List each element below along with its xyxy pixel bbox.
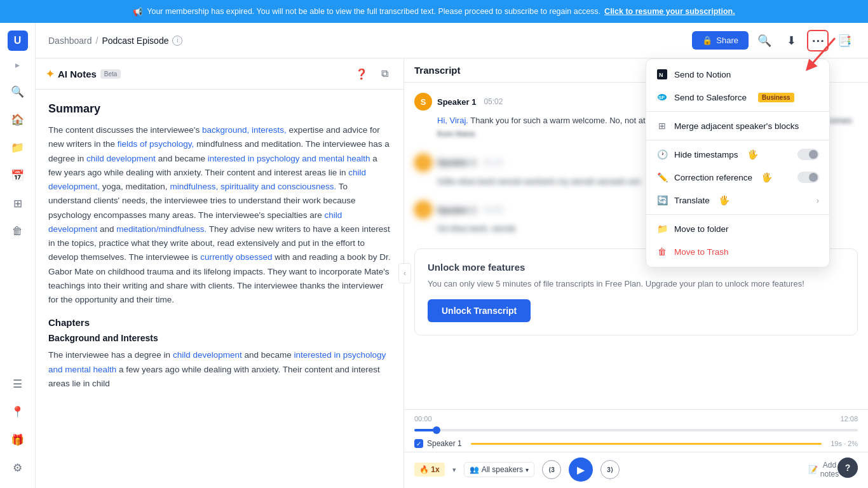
- sidebar-calendar-button[interactable]: 📅: [5, 163, 31, 188]
- breadcrumb-separator: /: [96, 36, 98, 46]
- breadcrumb-current: Podcast Episode: [102, 36, 168, 46]
- correction-reference-toggle[interactable]: [797, 172, 819, 183]
- blurred-name-2: Speaker 1: [437, 205, 476, 215]
- search-header-button[interactable]: 🔍: [754, 30, 775, 51]
- sidebar-delete-button[interactable]: 🗑: [5, 219, 31, 244]
- top-banner: 📢 Your membership has expired. You will …: [0, 0, 868, 23]
- timeline-start: 00:00: [414, 415, 432, 423]
- sidebar-settings-button[interactable]: ⚙: [5, 455, 31, 480]
- correction-reference-item[interactable]: ✏️ Correction reference 🖐: [646, 166, 829, 189]
- hide-timestamps-label: Hide timestamps: [674, 150, 738, 159]
- breadcrumb-home[interactable]: Dashboard: [48, 36, 92, 46]
- header: Dashboard / Podcast Episode i 🔒 Share 🔍 …: [36, 23, 868, 58]
- summary-text: The content discusses the interviewee's …: [48, 123, 391, 307]
- breadcrumb: Dashboard / Podcast Episode i: [48, 36, 182, 46]
- dropdown-divider-3: [646, 214, 829, 215]
- add-notes-label: Add notes: [820, 461, 839, 478]
- salesforce-icon: SF: [656, 92, 668, 103]
- chevron-icon: ▾: [452, 466, 456, 474]
- playback-bar: 🔥 1x ▾ 👥 All speakers ▾ ⟨3 ▶ 3⟩ 📝: [404, 452, 868, 488]
- toggle-knob-timestamps: [809, 150, 818, 159]
- translate-chevron-icon: ›: [817, 196, 819, 205]
- skip-forward-button[interactable]: 3⟩: [600, 460, 620, 479]
- sidebar-home-button[interactable]: 🏠: [5, 107, 31, 132]
- timestamp-emoji: 🖐: [747, 149, 758, 159]
- collapse-panel-button[interactable]: ‹: [398, 263, 411, 283]
- move-to-folder-item[interactable]: 📁 Move to folder: [646, 217, 829, 240]
- sidebar-search-button[interactable]: 🔍: [5, 79, 31, 104]
- banner-text: Your membership has expired. You will no…: [147, 7, 600, 16]
- send-to-salesforce-item[interactable]: SF Send to Salesforce Business: [646, 86, 829, 109]
- banner-icon: 📢: [133, 7, 143, 17]
- ai-notes-label: AI Notes: [58, 69, 97, 79]
- sparkle-icon: ✦: [46, 68, 54, 80]
- user-avatar[interactable]: U: [8, 30, 28, 51]
- speakers-button[interactable]: 👥 All speakers ▾: [464, 462, 534, 477]
- translate-emoji: 🖐: [719, 195, 729, 205]
- sidebar-grid-button[interactable]: ⊞: [5, 191, 31, 216]
- correction-emoji: 🖐: [761, 172, 772, 182]
- speaker-timeline-bar: [471, 443, 822, 445]
- unlock-transcript-button[interactable]: Unlock Transcript: [428, 299, 531, 322]
- chapters-title: Chapters: [48, 317, 391, 328]
- ai-notes-copy-button[interactable]: ⧉: [376, 65, 393, 83]
- share-lock-icon: 🔒: [702, 36, 712, 45]
- add-notes-button[interactable]: 📝 Add notes: [815, 461, 832, 478]
- speakers-label: All speakers: [482, 465, 523, 474]
- clock-icon: 🕐: [656, 149, 668, 160]
- share-button[interactable]: 🔒 Share: [692, 31, 749, 50]
- timeline-thumb[interactable]: [433, 426, 440, 434]
- expand-sidebar-button[interactable]: ▸: [11, 58, 24, 71]
- banner-link[interactable]: Click to resume your subscription.: [604, 7, 735, 16]
- blurred-time-1: 01:15: [484, 158, 503, 167]
- timeline-bar: 00:00 12:08: [404, 410, 868, 425]
- dropdown-menu: N Send to Notion SF Send to Salesforce B…: [646, 58, 830, 268]
- timeline-area: 00:00 12:08 ✓ Speaker 1 19s: [404, 409, 868, 452]
- translate-item[interactable]: 🔄 Translate 🖐 ›: [646, 189, 829, 212]
- dropdown-divider-1: [646, 111, 829, 112]
- share-label: Share: [716, 36, 738, 45]
- translate-label: Translate: [674, 196, 710, 205]
- speakers-chevron-icon: ▾: [526, 466, 529, 473]
- bookmark-button[interactable]: 📑: [834, 30, 855, 51]
- blurred-avatar-1: S: [414, 154, 432, 172]
- sidebar-folder-button[interactable]: 📁: [5, 135, 31, 160]
- ai-notes-panel-icons: ❓ ⧉: [353, 65, 393, 83]
- notes-icon: 📝: [808, 465, 818, 474]
- send-to-notion-item[interactable]: N Send to Notion: [646, 63, 829, 86]
- help-button[interactable]: ?: [837, 458, 858, 478]
- speaker1-avatar: S: [414, 93, 432, 111]
- timeline-track[interactable]: [414, 429, 858, 431]
- sidebar-location-button[interactable]: 📍: [5, 399, 31, 424]
- translate-icon: 🔄: [656, 194, 668, 206]
- ai-notes-panel: ✦ AI Notes Beta ❓ ⧉ Summary The content …: [36, 58, 404, 488]
- transcript-title: Transcript: [414, 65, 461, 76]
- chapter1-title: Background and Interests: [48, 333, 391, 343]
- sidebar: U ▸ 🔍 🏠 📁 📅 ⊞ 🗑 ☰ 📍 🎁 ⚙: [0, 23, 36, 488]
- business-badge: Business: [758, 93, 794, 102]
- speaker-checkbox[interactable]: ✓: [414, 439, 423, 448]
- ai-notes-title: ✦ AI Notes Beta: [46, 68, 121, 80]
- send-to-salesforce-label: Send to Salesforce: [674, 93, 747, 102]
- dropdown-divider-2: [646, 140, 829, 140]
- info-icon[interactable]: i: [172, 36, 182, 46]
- play-button[interactable]: ▶: [569, 458, 593, 482]
- sidebar-gift-button[interactable]: 🎁: [5, 427, 31, 452]
- svg-text:N: N: [659, 72, 663, 78]
- merge-speakers-item[interactable]: ⊞ Merge adjacent speaker's blocks: [646, 114, 829, 137]
- skip-back-button[interactable]: ⟨3: [542, 460, 561, 479]
- speed-button[interactable]: 🔥 1x: [414, 463, 445, 477]
- timeline-duration: 19s · 2%: [831, 440, 858, 447]
- send-to-notion-label: Send to Notion: [674, 70, 731, 79]
- move-to-trash-item[interactable]: 🗑 Move to Trash: [646, 240, 829, 263]
- unlock-box-text: You can only view 5 minutes of file tran…: [428, 278, 844, 290]
- header-actions: 🔒 Share 🔍 ⬇ ⋯ 📑: [692, 30, 855, 51]
- speaker-label: Speaker 1: [427, 439, 462, 448]
- people-icon: 👥: [470, 465, 479, 474]
- sidebar-list-button[interactable]: ☰: [5, 371, 31, 396]
- ai-notes-help-button[interactable]: ❓: [353, 65, 370, 83]
- hide-timestamps-toggle[interactable]: [797, 149, 819, 160]
- more-options-button[interactable]: ⋯: [807, 30, 829, 51]
- download-button[interactable]: ⬇: [780, 30, 802, 51]
- hide-timestamps-item[interactable]: 🕐 Hide timestamps 🖐: [646, 143, 829, 166]
